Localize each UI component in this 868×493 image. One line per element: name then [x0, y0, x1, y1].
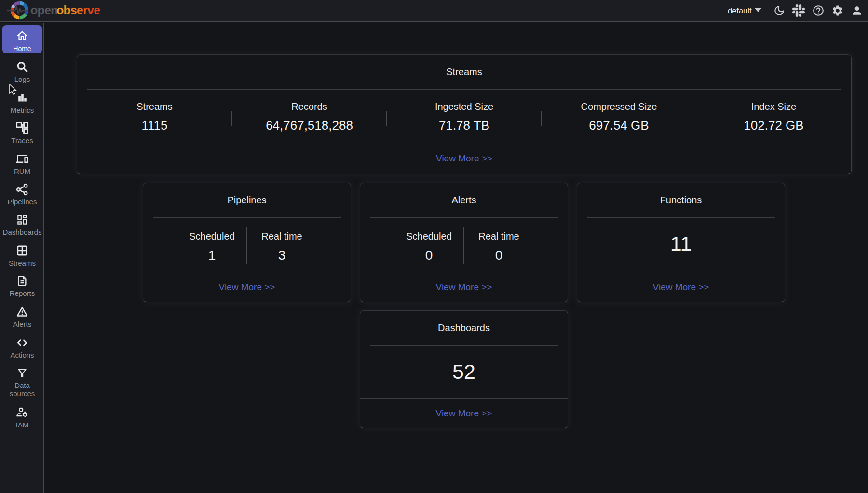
svg-text:open: open: [30, 3, 58, 17]
svg-text:observe: observe: [56, 3, 100, 17]
